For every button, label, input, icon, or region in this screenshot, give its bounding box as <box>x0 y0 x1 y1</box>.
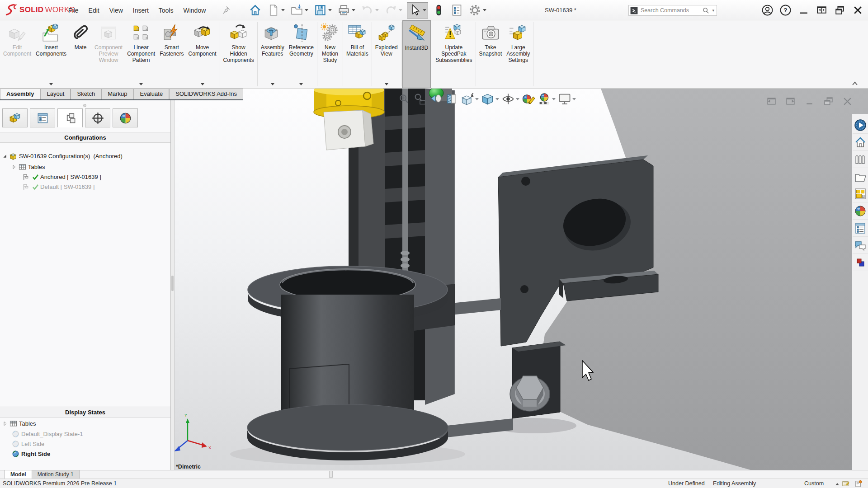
span-displays-button[interactable] <box>816 5 827 16</box>
tab-model[interactable]: Model <box>5 470 32 479</box>
display-style-button[interactable] <box>481 92 500 106</box>
collapsed-arrow-icon[interactable] <box>11 164 18 170</box>
chevron-down-icon[interactable] <box>352 9 355 11</box>
chevron-down-icon[interactable] <box>299 83 303 85</box>
tab-layout[interactable]: Layout <box>40 89 71 99</box>
cam-tab[interactable] <box>853 254 868 271</box>
home-tab-tab[interactable] <box>853 134 868 151</box>
collapsed-arrow-icon[interactable] <box>2 421 9 427</box>
edit-appearance-button[interactable] <box>521 92 536 106</box>
print-button[interactable] <box>336 2 357 19</box>
config-tables-row[interactable]: Tables <box>11 162 45 172</box>
edit-component-button[interactable]: EditComponent <box>1 20 33 88</box>
chevron-down-icon[interactable] <box>552 98 556 100</box>
tab-evaluate[interactable]: Evaluate <box>134 89 170 99</box>
tab-markup[interactable]: Markup <box>101 89 133 99</box>
custom-properties-tab[interactable] <box>853 220 868 237</box>
update-speedpak-subassemblies-button[interactable]: UpdateSpeedPakSubassemblies <box>433 20 474 88</box>
file-explorer-tab[interactable] <box>853 168 868 185</box>
linear-component-pattern-button[interactable]: LinearComponentPattern <box>125 20 157 88</box>
smart-fasteners-button[interactable]: SmartFasteners <box>157 20 186 88</box>
restore-button[interactable] <box>834 5 845 16</box>
pin-menu-icon[interactable] <box>222 5 231 14</box>
reference-geometry-button[interactable]: ReferenceGeometry <box>287 20 316 88</box>
insert-components-button[interactable]: InsertComponents <box>33 20 69 88</box>
view-palette-tab[interactable] <box>853 185 868 202</box>
chevron-down-icon[interactable] <box>271 83 274 85</box>
displaymanager-tab[interactable] <box>113 108 138 127</box>
display-state-left-row[interactable]: Left Side <box>11 439 44 449</box>
splitter-grip-icon[interactable] <box>171 276 174 291</box>
hide-show-items-button[interactable] <box>501 92 520 106</box>
minimize-view-button[interactable] <box>804 96 815 107</box>
chevron-down-icon[interactable] <box>375 9 379 11</box>
tab-bar-handle[interactable] <box>329 471 333 478</box>
tab-sketch[interactable]: Sketch <box>71 89 101 99</box>
display-state-default-row[interactable]: Default_Display State-1 <box>11 429 83 439</box>
panel-splitter[interactable] <box>171 100 175 470</box>
preset-up-arrow-icon[interactable] <box>835 483 839 485</box>
previous-view-button[interactable] <box>429 92 443 106</box>
new-motion-study-button[interactable]: NewMotionStudy <box>318 20 342 88</box>
tab-solidworks-add-ins[interactable]: SOLIDWORKS Add-Ins <box>169 89 243 99</box>
options-button[interactable] <box>467 2 488 19</box>
chevron-down-icon[interactable] <box>281 9 285 11</box>
chevron-down-icon[interactable] <box>475 98 479 100</box>
configurationmanager-tab[interactable] <box>57 108 83 127</box>
tab-motion-study-1[interactable]: Motion Study 1 <box>32 470 80 479</box>
move-component-button[interactable]: MoveComponent <box>186 20 219 88</box>
dock-right-button[interactable] <box>785 96 796 107</box>
dimxpertmanager-tab[interactable] <box>85 108 110 127</box>
view-settings-button[interactable] <box>557 92 576 106</box>
config-root-row[interactable]: SW-01639 Configuration(s) (Anchored) <box>2 151 123 161</box>
apply-scene-button[interactable] <box>537 92 556 106</box>
toolbar-preset-label[interactable]: Custom <box>804 480 824 487</box>
assembly-features-button[interactable]: AssemblyFeatures <box>259 20 287 88</box>
chevron-down-icon[interactable] <box>399 9 402 11</box>
chevron-down-icon[interactable] <box>305 9 308 11</box>
chevron-down-icon[interactable] <box>139 83 143 85</box>
menu-tools[interactable]: Tools <box>154 5 179 16</box>
help-button[interactable]: ? <box>780 5 791 16</box>
expanded-arrow-icon[interactable] <box>2 153 9 159</box>
mate-button[interactable]: Mate <box>69 20 92 88</box>
display-state-tables-row[interactable]: Tables <box>2 418 36 428</box>
design-library-tab[interactable] <box>853 151 868 168</box>
threedexperience-tab[interactable] <box>853 117 868 134</box>
chevron-down-icon[interactable] <box>483 9 486 11</box>
take-snapshot-button[interactable]: TakeSnapshot <box>477 20 505 88</box>
view-orientation-button[interactable] <box>460 92 479 106</box>
menu-window[interactable]: Window <box>178 5 211 16</box>
large-assembly-settings-button[interactable]: LargeAssemblySettings <box>504 20 532 88</box>
tags-icon[interactable] <box>842 480 849 488</box>
home-button[interactable] <box>248 2 263 19</box>
dock-left-button[interactable] <box>766 96 777 107</box>
section-view-button[interactable] <box>444 92 459 106</box>
show-hidden-components-button[interactable]: ShowHiddenComponents <box>221 20 256 88</box>
search-icon[interactable] <box>702 7 710 14</box>
open-button[interactable] <box>289 2 310 19</box>
menu-file[interactable]: File <box>63 5 84 16</box>
chevron-down-icon[interactable] <box>423 9 426 11</box>
featuremanager-tab[interactable] <box>2 108 28 127</box>
search-commands-input[interactable]: Search Commands ▾ <box>628 5 717 16</box>
tab-assembly[interactable]: Assembly <box>0 89 40 99</box>
menu-view[interactable]: View <box>104 5 128 16</box>
save-button[interactable] <box>313 2 333 19</box>
chevron-down-icon[interactable] <box>201 83 204 85</box>
zoom-to-area-button[interactable] <box>413 92 427 106</box>
instant3d-button[interactable]: Instant3D <box>402 20 431 88</box>
menu-insert[interactable]: Insert <box>128 5 154 16</box>
close-button[interactable] <box>852 5 863 16</box>
rebuild-button[interactable] <box>431 2 446 19</box>
bill-of-materials-button[interactable]: Bill ofMaterials <box>344 20 371 88</box>
chevron-down-icon[interactable] <box>495 98 499 100</box>
restore-view-button[interactable] <box>823 96 834 107</box>
user-account-button[interactable] <box>762 5 773 16</box>
chevron-down-icon[interactable] <box>516 98 519 100</box>
chevron-down-icon[interactable]: ▾ <box>710 8 717 13</box>
menu-edit[interactable]: Edit <box>84 5 104 16</box>
solidworks-forum-tab[interactable] <box>853 237 868 254</box>
appearances-scenes-tab[interactable] <box>853 202 868 220</box>
graphics-area[interactable]: Y X Z <box>171 89 868 470</box>
